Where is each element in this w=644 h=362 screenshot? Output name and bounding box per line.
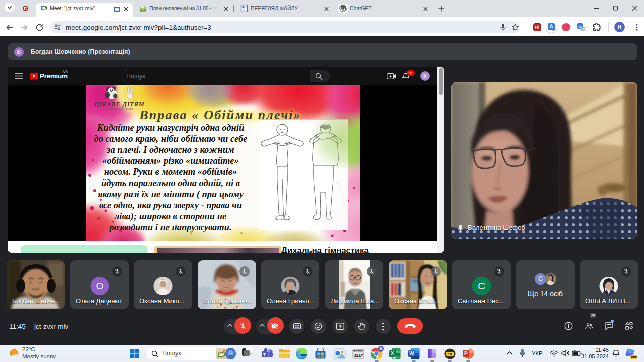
svg-text:W: W (409, 351, 414, 356)
svg-text:P: P (464, 351, 468, 356)
svg-text:PDF: PDF (447, 352, 453, 356)
svg-text:X: X (391, 351, 394, 356)
svg-text:CC: CC (295, 325, 300, 328)
svg-text:文: 文 (582, 27, 586, 31)
svg-text:PRE: PRE (631, 356, 637, 359)
svg-text:T: T (263, 352, 266, 357)
svg-text:G: G (578, 24, 582, 29)
svg-text:321: 321 (354, 353, 361, 358)
